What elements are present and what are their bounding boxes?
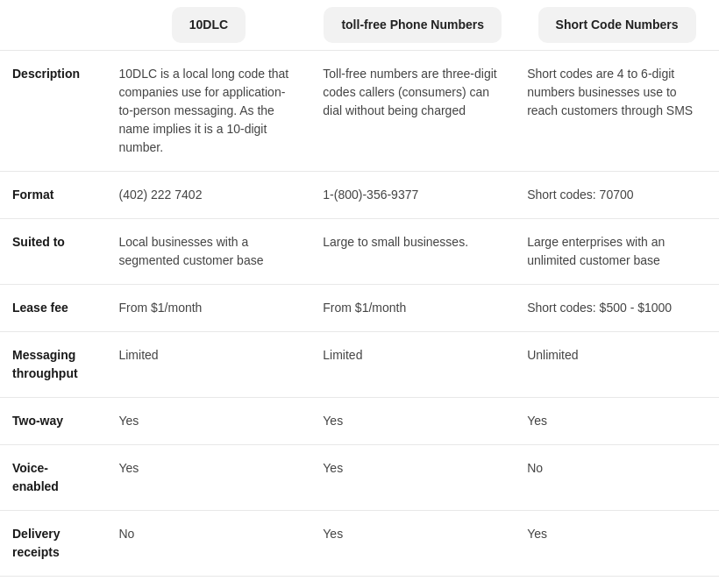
header-col2: toll-free Phone Numbers [310,0,515,51]
row-label: Delivery receipts [0,511,106,577]
row-1-col1: (402) 222 7402 [106,172,310,219]
row-label: Suited to [0,219,106,285]
row-0-col3: Short codes are 4 to 6-digit numbers bus… [515,51,719,172]
row-4-col1: Limited [106,332,310,398]
row-label: Format [0,172,106,219]
row-label: Description [0,51,106,172]
row-5-col1: Yes [106,398,310,445]
row-6-col2: Yes [310,445,515,511]
table-row: Suited toLocal businesses with a segment… [0,219,719,285]
row-label: Voice-enabled [0,445,106,511]
row-label: Time-to-market [0,577,106,589]
row-5-col3: Yes [515,398,719,445]
row-2-col3: Large enterprises with an unlimited cust… [515,219,719,285]
row-8-col1: Days - weeks [106,577,310,589]
row-8-col2: Hours - days [310,577,515,589]
row-5-col2: Yes [310,398,515,445]
row-7-col1: No [106,511,310,577]
row-3-col3: Short codes: $500 - $1000 [515,285,719,332]
row-6-col1: Yes [106,445,310,511]
header-row-label [0,0,106,51]
table-row: Format(402) 222 74021-(800)-356-9377Shor… [0,172,719,219]
row-label: Two-way [0,398,106,445]
row-4-col3: Unlimited [515,332,719,398]
row-8-col3: Weeks [515,577,719,589]
table-row: Description10DLC is a local long code th… [0,51,719,172]
row-6-col3: No [515,445,719,511]
table-row: Delivery receiptsNoYesYes [0,511,719,577]
table-row: Voice-enabledYesYesNo [0,445,719,511]
row-1-col2: 1-(800)-356-9377 [310,172,515,219]
row-label: Lease fee [0,285,106,332]
table-row: Two-wayYesYesYes [0,398,719,445]
row-1-col3: Short codes: 70700 [515,172,719,219]
row-2-col2: Large to small businesses. [310,219,515,285]
row-0-col1: 10DLC is a local long code that companie… [106,51,310,172]
row-2-col1: Local businesses with a segmented custom… [106,219,310,285]
row-0-col2: Toll-free numbers are three-digit codes … [310,51,515,172]
row-label: Messaging throughput [0,332,106,398]
header-col3: Short Code Numbers [515,0,719,51]
row-3-col2: From $1/month [310,285,515,332]
comparison-table: 10DLC toll-free Phone Numbers Short Code… [0,0,719,588]
row-4-col2: Limited [310,332,515,398]
table-row: Time-to-marketDays - weeksHours - daysWe… [0,577,719,589]
table-row: Lease feeFrom $1/monthFrom $1/monthShort… [0,285,719,332]
header-col1: 10DLC [106,0,310,51]
table-row: Messaging throughputLimitedLimitedUnlimi… [0,332,719,398]
row-7-col3: Yes [515,511,719,577]
row-7-col2: Yes [310,511,515,577]
row-3-col1: From $1/month [106,285,310,332]
